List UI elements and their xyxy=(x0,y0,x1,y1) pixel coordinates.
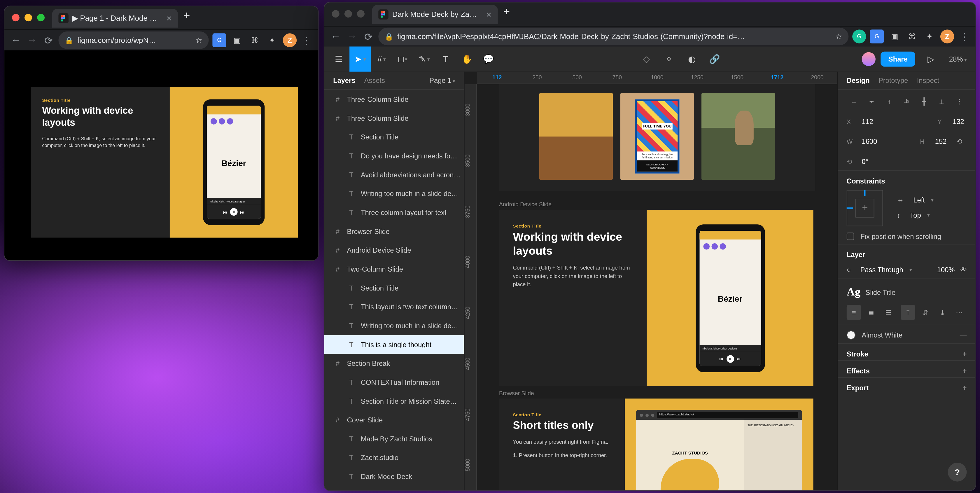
add-effect-icon[interactable]: + xyxy=(963,367,967,375)
constraint-h[interactable]: Left xyxy=(911,195,928,205)
bookmark-star-icon[interactable]: ☆ xyxy=(196,36,202,45)
shape-tool-icon[interactable]: □▾ xyxy=(392,46,414,72)
text-valign-mid-icon[interactable]: ⇵ xyxy=(918,305,932,320)
layer-item[interactable]: TZacht.studio xyxy=(325,448,464,468)
android-device-slide-frame[interactable]: Section Title Working with device layout… xyxy=(499,210,813,386)
visibility-icon[interactable]: 👁 xyxy=(960,266,967,274)
layer-item[interactable]: TSection Title xyxy=(325,278,464,297)
grammarly-ext-icon[interactable]: G xyxy=(852,29,866,43)
layer-item[interactable]: TAvoid abbreviations and acron… xyxy=(325,165,464,184)
canvas[interactable]: 11225050075010001250150017122000 3000350… xyxy=(465,72,837,490)
nav-forward-icon[interactable]: → xyxy=(346,30,358,43)
zoom-level[interactable]: 28%▾ xyxy=(947,56,969,63)
component-tool-icon[interactable]: ◇ xyxy=(636,46,657,72)
share-button[interactable]: Share xyxy=(881,52,915,67)
text-valign-top-icon[interactable]: ⤒ xyxy=(900,305,915,320)
nav-back-icon[interactable]: ← xyxy=(329,30,342,43)
fill-label[interactable]: Almost White xyxy=(862,331,903,339)
translate-ext-icon[interactable]: G xyxy=(870,29,884,43)
zoom-dot[interactable] xyxy=(357,10,364,17)
text-align-left-icon[interactable]: ≡ xyxy=(847,305,861,320)
layer-item[interactable]: #Two-Column Slide xyxy=(325,260,464,278)
image-deer[interactable] xyxy=(702,93,775,180)
ext-icon-3[interactable]: ⌘ xyxy=(248,33,261,47)
rotation-value[interactable]: 0° xyxy=(859,157,871,167)
layer-item[interactable]: #Cover Slide xyxy=(325,410,464,429)
tab-close-icon[interactable]: × xyxy=(487,10,492,19)
omnibox[interactable]: 🔒 figma.com/file/wpNPespplxt44cpHfMJBAC/… xyxy=(378,28,848,45)
comment-tool-icon[interactable]: 💬 xyxy=(478,46,499,72)
boolean-tool-icon[interactable]: ◐ xyxy=(681,46,702,72)
ext-icon-2[interactable]: ▣ xyxy=(230,33,244,47)
tab-assets[interactable]: Assets xyxy=(364,77,385,84)
add-stroke-icon[interactable]: + xyxy=(963,350,967,358)
move-tool-icon[interactable]: ➤▾ xyxy=(349,46,371,72)
layer-item[interactable]: TCONTEXTual Information xyxy=(325,373,464,392)
blend-mode[interactable]: Pass Through xyxy=(858,265,905,275)
layer-item[interactable]: TSection Title or Mission State… xyxy=(325,392,464,411)
profile-avatar[interactable]: Z xyxy=(940,29,954,43)
fill-remove-icon[interactable]: — xyxy=(960,331,967,339)
extensions-icon[interactable]: ✦ xyxy=(923,29,937,43)
tab-inspect[interactable]: Inspect xyxy=(917,77,939,84)
translate-ext-icon[interactable]: G xyxy=(212,33,226,47)
fill-swatch[interactable] xyxy=(847,331,856,340)
minimize-dot[interactable] xyxy=(24,14,32,21)
align-vcenter-icon[interactable]: ╂ xyxy=(917,94,932,109)
align-bottom-icon[interactable]: ⟂ xyxy=(934,94,949,109)
help-button[interactable]: ? xyxy=(948,463,967,482)
close-dot[interactable] xyxy=(332,10,339,17)
link-wh-icon[interactable]: ⟲ xyxy=(952,134,967,149)
profile-avatar[interactable]: Z xyxy=(283,33,297,47)
browser-tab[interactable]: Dark Mode Deck by Zacht Stu… × xyxy=(372,5,498,24)
frame-label-browser[interactable]: Browser Slide xyxy=(499,390,534,397)
align-more-icon[interactable]: ⋮ xyxy=(952,94,967,109)
new-tab-button[interactable]: + xyxy=(178,9,196,22)
constraints-widget[interactable]: + xyxy=(847,190,883,226)
opacity[interactable]: 100% xyxy=(934,265,957,275)
constraint-v[interactable]: Top xyxy=(907,210,923,220)
tab-design[interactable]: Design xyxy=(847,77,870,84)
frame-tool-icon[interactable]: #▾ xyxy=(371,46,392,72)
text-valign-bot-icon[interactable]: ⤓ xyxy=(935,305,950,320)
text-tool-icon[interactable]: T xyxy=(435,46,456,72)
h-value[interactable]: 152 xyxy=(932,137,949,146)
link-tool-icon[interactable]: 🔗 xyxy=(704,46,725,72)
nav-reload-icon[interactable]: ⟳ xyxy=(362,30,374,43)
layer-item[interactable]: TThree column layout for text xyxy=(325,203,464,222)
layer-list[interactable]: #Three-Column Slide#Three-Column SlideTS… xyxy=(325,90,464,490)
omnibox[interactable]: 🔒 figma.com/proto/wpN… ☆ xyxy=(58,32,208,49)
tab-layers[interactable]: Layers xyxy=(333,77,355,84)
zoom-dot[interactable] xyxy=(37,14,45,21)
extensions-icon[interactable]: ✦ xyxy=(265,33,279,47)
add-export-icon[interactable]: + xyxy=(963,384,967,392)
text-style-name[interactable]: Slide Title xyxy=(865,288,896,296)
prototype-viewport[interactable]: Section Title Working with device layout… xyxy=(5,50,318,260)
layer-item[interactable]: #Three-Column Slide xyxy=(325,109,464,128)
layer-item[interactable]: TMade By Zacht Studios xyxy=(325,429,464,448)
close-dot[interactable] xyxy=(12,14,19,21)
w-value[interactable]: 1600 xyxy=(859,137,880,146)
layer-item[interactable]: TThis layout is two text column… xyxy=(325,297,464,316)
pen-tool-icon[interactable]: ✎▾ xyxy=(414,46,435,72)
blend-circle-icon[interactable]: ○ xyxy=(847,266,851,274)
align-hcenter-icon[interactable]: ⫟ xyxy=(864,94,879,109)
layer-item[interactable]: TDark Mode Deck xyxy=(325,467,464,486)
layer-item[interactable]: #Browser Slide xyxy=(325,222,464,241)
layer-item[interactable]: TWriting too much in a slide de… xyxy=(325,316,464,335)
new-tab-button[interactable]: + xyxy=(498,5,515,18)
fix-scroll-row[interactable]: Fix position when scrolling xyxy=(838,229,975,244)
tab-close-icon[interactable]: × xyxy=(167,13,172,23)
align-top-icon[interactable]: ⫡ xyxy=(899,94,914,109)
image-book[interactable]: FULL TIME YOU Personal brand strategy, l… xyxy=(620,93,694,180)
y-value[interactable]: 132 xyxy=(950,116,967,126)
text-align-center-icon[interactable]: ≣ xyxy=(864,305,878,320)
page-selector[interactable]: Page 1▾ xyxy=(430,77,455,84)
mask-tool-icon[interactable]: ✧ xyxy=(659,46,680,72)
ext-icon-3[interactable]: ⌘ xyxy=(905,29,919,43)
layer-item[interactable]: #Three-Column Slide xyxy=(325,90,464,109)
text-more-icon[interactable]: ⋯ xyxy=(952,305,967,320)
text-align-right-icon[interactable]: ☰ xyxy=(881,305,896,320)
ext-icon-2[interactable]: ▣ xyxy=(888,29,901,43)
align-left-icon[interactable]: ⫠ xyxy=(847,94,862,109)
